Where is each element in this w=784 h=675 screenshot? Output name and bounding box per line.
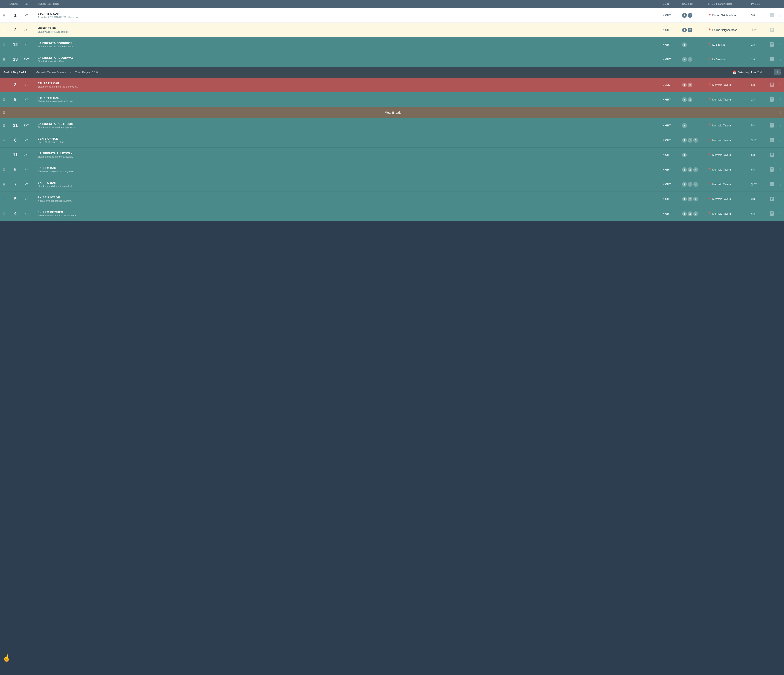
svg-rect-39: [771, 170, 772, 170]
more-options-button[interactable]: ⋮: [778, 42, 784, 48]
cast-number: 1: [682, 42, 687, 47]
more-options-button[interactable]: ⋮: [778, 97, 784, 103]
cast-number: 2: [688, 167, 692, 172]
scene-subtitle: A sparsely populated restaurant..: [37, 200, 659, 202]
cast-cell: 1 2 3: [680, 136, 706, 144]
drag-handle-icon[interactable]: ☰: [0, 12, 8, 19]
svg-rect-30: [771, 140, 773, 140]
scene-subtitle: Stuart nurses hit umpteenth drink.: [37, 185, 659, 187]
pin-icon: 📍: [708, 43, 711, 46]
day-break-more-button[interactable]: ⋮: [778, 70, 782, 75]
table-row: ☰ 7 INT SKIPP'S BAR Stuart nurses hit um…: [0, 177, 784, 192]
more-options-button[interactable]: ⋮: [778, 82, 784, 88]
table-row: ☰ 11 EXT LA SIRENITA RESTROOM Stuart stu…: [0, 118, 784, 133]
cast-number: 2: [688, 211, 692, 216]
pages-cell: 1 3/8: [750, 27, 767, 34]
more-options-button[interactable]: ⋮: [778, 137, 784, 143]
pages-fraction: 1/8: [754, 139, 757, 142]
svg-rect-23: [771, 100, 772, 100]
pages-cell: 1/8: [750, 42, 767, 48]
schedule-table: SCENE I/E SCENE SETTING D / N CAST ID SH…: [0, 0, 784, 221]
drag-handle-icon[interactable]: ☰: [0, 27, 8, 33]
drag-handle-icon[interactable]: ☰: [0, 137, 8, 144]
more-options-button[interactable]: ⋮: [778, 211, 784, 217]
drag-handle-icon[interactable]: ☰: [0, 56, 8, 63]
table-header: SCENE I/E SCENE SETTING D / N CAST ID SH…: [0, 0, 784, 8]
more-options-button[interactable]: ⋮: [778, 27, 784, 33]
location-cell: 📍 Mermaid Tavern: [706, 210, 750, 217]
svg-rect-0: [770, 13, 774, 17]
more-options-button[interactable]: ⋮: [778, 152, 784, 158]
header-pages: PAGES: [750, 2, 767, 6]
scene-description: STUART'S CAR Claire climbs into the driv…: [36, 95, 661, 104]
scene-title: LA SIRENITA CORRIDOR: [37, 42, 659, 45]
svg-rect-20: [770, 97, 774, 101]
pages-fraction: 3/8: [754, 28, 757, 31]
drag-handle-icon[interactable]: ☰: [0, 181, 8, 188]
more-options-button[interactable]: ⋮: [778, 181, 784, 187]
svg-rect-2: [771, 15, 773, 15]
svg-rect-6: [771, 30, 773, 30]
location-text: Mermaid Tavern: [712, 212, 731, 215]
pages-cell: 5/8: [750, 122, 767, 129]
more-options-button[interactable]: ⋮: [778, 12, 784, 18]
more-options-button[interactable]: ⋮: [778, 56, 784, 62]
location-cell: 📍 Mermaid Tavern: [706, 96, 750, 103]
table-row: ☰ 2 EXT MUSIC CLUB Stuart waits for Clai…: [0, 23, 784, 37]
pin-icon: 📍: [708, 168, 711, 171]
svg-rect-36: [770, 167, 774, 171]
scene-description: MUSIC CLUB Stuart waits for Claire outsi…: [36, 25, 661, 35]
scene-subtitle: Stuart stumbles into the dingy room.: [37, 126, 659, 129]
cast-number: 1: [682, 57, 687, 62]
pin-icon: 📍: [708, 153, 711, 156]
svg-rect-44: [770, 197, 774, 201]
scene-description: STUART'S CAR A word-out, '93 CAMRY. Weat…: [36, 10, 661, 20]
drag-handle-icon[interactable]: ☰: [0, 109, 8, 116]
pages-main: 1: [751, 28, 753, 32]
scene-title: LA SIRENITA - DOORWAY: [37, 56, 659, 59]
cast-cell: 1 2: [680, 26, 706, 34]
calendar-icon: 📅: [733, 70, 736, 74]
location-text: La Sirenita: [712, 58, 725, 61]
svg-rect-8: [770, 42, 774, 47]
scene-title: STUART'S CAR: [37, 82, 659, 85]
drag-handle-icon[interactable]: ☰: [0, 122, 8, 129]
drag-handle-icon[interactable]: ☰: [0, 210, 8, 217]
script-icon: [767, 195, 778, 203]
location-cell: 📍 Mermaid Tavern: [706, 122, 750, 129]
drag-handle-icon[interactable]: ☰: [0, 196, 8, 203]
dn-cell: NIGHT: [661, 56, 680, 63]
drag-handle-icon[interactable]: ☰: [0, 151, 8, 158]
more-options-button[interactable]: ⋮: [778, 167, 784, 173]
scene-number: 3: [8, 81, 23, 89]
cast-cell: 1: [680, 122, 706, 130]
header-more: [778, 2, 784, 6]
more-options-button[interactable]: ⋮: [778, 109, 784, 115]
drag-handle-icon[interactable]: ☰: [0, 81, 8, 89]
pin-icon: 📍: [708, 14, 711, 17]
pin-icon: 📍: [708, 182, 711, 186]
dn-cell: NIGHT: [661, 27, 680, 33]
drag-handle-icon[interactable]: ☰: [0, 166, 8, 173]
more-options-button[interactable]: ⋮: [778, 123, 784, 128]
svg-rect-15: [771, 60, 772, 60]
dn-cell: NIGHT: [661, 196, 680, 202]
svg-rect-22: [771, 99, 773, 100]
ie-badge: INT: [23, 82, 36, 88]
svg-rect-4: [770, 28, 774, 32]
cast-number: 1: [682, 138, 687, 143]
table-row: ☰ 1 INT STUART'S CAR A word-out, '93 CAM…: [0, 8, 784, 23]
cast-number: 2: [688, 97, 692, 102]
scene-subtitle: ON BEN: He glares at us.: [37, 141, 659, 143]
svg-rect-27: [771, 126, 772, 126]
location-cell: 📍 Mermaid Tavern: [706, 81, 750, 88]
drag-handle-icon[interactable]: ☰: [0, 96, 8, 103]
drag-handle-icon[interactable]: ☰: [0, 41, 8, 48]
day-break-text: End of Day 1 of 2: [3, 71, 26, 74]
cast-number: 1: [682, 182, 687, 187]
more-options-button[interactable]: ⋮: [778, 196, 784, 202]
cast-number: 1: [682, 167, 687, 172]
pages-cell: 1 1/8: [750, 137, 767, 144]
scene-title: SKIPP'S BAR: [37, 181, 659, 184]
cast-number: 2: [688, 182, 692, 187]
